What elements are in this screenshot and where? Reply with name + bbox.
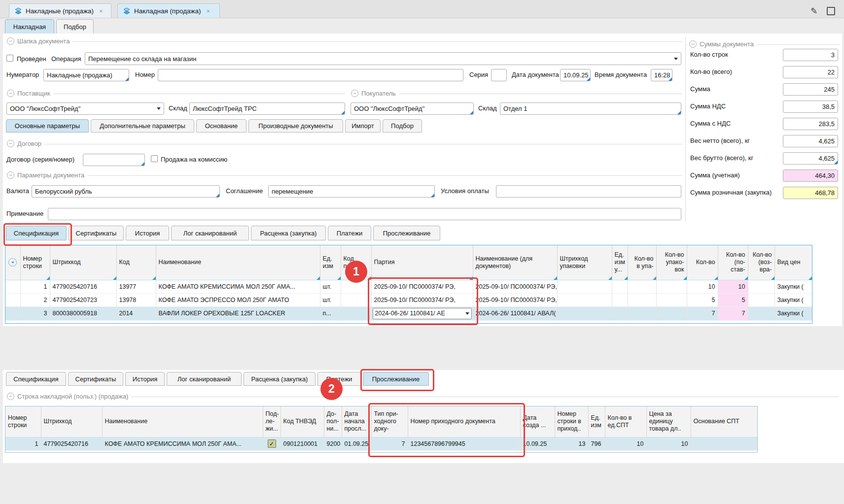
column-header[interactable]: Наименование [156,245,320,280]
column-header[interactable]: Цена за единицу товара дл.. [646,406,691,437]
column-header[interactable]: Партия [371,245,473,280]
operation-select[interactable]: Перемещение со склада на магазин [85,52,681,65]
collapse-icon[interactable]: − [7,171,14,179]
numerator-field[interactable]: Накладные (продажа) [43,69,129,81]
cell-batch-combo[interactable]: 2024-06-26/ 1100841/ АЕ [371,306,473,320]
column-header[interactable]: Дата начала просл... [342,406,371,437]
column-header[interactable]: Штрихкод [41,406,102,437]
select-all-chevron-icon[interactable] [8,258,17,267]
cell-pack-unit[interactable] [612,280,628,293]
tab-specifikaciya-bottom[interactable]: Спецификация [6,372,66,386]
cell-barcode[interactable]: 4779025420716 [50,280,116,293]
cell-qty[interactable]: 5 [687,293,718,306]
buyer-field[interactable]: ООО "ЛюксСофтТрейд" [351,102,474,115]
collapse-icon[interactable]: − [7,140,14,147]
cell-packs[interactable] [656,280,687,293]
cell-doc-name[interactable]: 2024-06-26/ 1100841/ АВАЛ( [473,306,557,320]
tab-nakladnaya[interactable]: Накладная [5,19,54,34]
column-header[interactable]: Штрихкод упаковки [557,245,612,280]
tab-proizvodnye-dokumenty[interactable]: Производные документы [248,119,343,133]
totals-value-field[interactable]: 4,625 [783,135,838,147]
fullscreen-icon[interactable] [824,5,837,17]
totals-value-field[interactable]: 4,625 [783,152,838,165]
tab-import[interactable]: Импорт [345,119,381,133]
column-header[interactable]: Номер строки [20,245,50,280]
cell-pack-unit[interactable] [612,306,628,320]
tab-istoriya-bottom[interactable]: История [125,372,165,386]
cell-qty-spt[interactable]: 10 [605,437,646,450]
cell-qty-in-pack[interactable] [628,306,656,320]
cell-row-number[interactable]: 2 [20,293,50,306]
payment-terms-field[interactable] [496,185,681,198]
column-header[interactable]: Кол-во (по- став- [718,245,748,280]
cell-code[interactable]: 13978 [116,293,156,306]
tab-sertifikaty[interactable]: Сертификаты [69,226,124,240]
tab-rascenka-zakupka-bottom[interactable]: Расценка (закупка) [244,372,316,386]
supplier-select[interactable]: ООО "ЛюксСофтТрейд" [6,102,164,115]
column-header[interactable]: Кол-во [687,245,718,280]
collapse-icon[interactable]: − [689,40,697,48]
cell-price-type[interactable]: Закупки ( [774,306,812,320]
cell-incoming-line[interactable]: 13 [555,437,588,450]
cell-qty-supplier[interactable]: 5 [718,293,748,306]
column-header[interactable]: Номер строки [5,406,41,437]
tab-osnovanie[interactable]: Основание [196,119,246,133]
select-all-header[interactable] [5,245,20,280]
column-header[interactable]: Дата созда ... [520,406,555,437]
cell-qty-in-pack[interactable] [628,280,656,293]
cell-price-type[interactable]: Закупки ( [774,293,812,306]
column-header[interactable]: Ед. изм у... [612,245,628,280]
agreement-field[interactable]: перемещение [268,185,435,198]
table-row[interactable]: 1 4779025420716 13977 КОФЕ АМАТО КРЕМИСС… [5,280,812,293]
cell-extra[interactable]: 9200 [324,437,342,450]
totals-value-field[interactable]: 245 [783,83,838,96]
cell-created-date[interactable]: 10.09.25 [520,437,555,450]
column-header[interactable]: Код [116,245,156,280]
note-field[interactable] [48,208,681,220]
cell-barcode[interactable]: 4779025420716 [41,437,102,450]
tab-log-skanirovaniy[interactable]: Лог сканирований [171,226,249,240]
cell-code[interactable]: 2014 [116,306,156,320]
totals-value-field[interactable]: 22 [783,66,838,78]
tab-osnovnye-parametry[interactable]: Основные параметры [6,119,89,133]
cell-qty[interactable]: 7 [687,306,718,320]
window-tab-invoices[interactable]: Накладные (продажа) × [9,3,111,18]
cell-barcode[interactable]: 4779025420723 [50,293,116,306]
close-icon[interactable]: × [99,7,103,15]
column-header[interactable]: Кол-во в упа- [628,245,656,280]
column-header[interactable]: Основание СПТ [691,406,757,437]
column-header[interactable]: Кол-во (воз- вра- [748,245,774,280]
cell-incoming-number[interactable]: 1234567896799945 [408,437,520,450]
tab-log-skanirovaniy-bottom[interactable]: Лог сканирований [167,372,242,386]
buyer-warehouse-field[interactable]: Отдел 1 [500,102,681,115]
tab-podbor-2[interactable]: Подбор [383,119,422,133]
cell-batch-code[interactable] [341,293,371,306]
table-row[interactable]: 2 4779025420723 13978 КОФЕ АМАТО ЭСПРЕСС… [5,293,812,306]
tab-dopolnitelnye-parametry[interactable]: Дополнительные параметры [91,119,194,133]
cell-tnved[interactable]: 0901210001 [281,437,324,450]
cell-packs[interactable] [656,293,687,306]
tab-istoriya[interactable]: История [126,226,169,240]
cell-name[interactable]: КОФЕ АМАТО КРЕМИССИМА МОЛ 250Г АМА... [156,280,320,293]
doc-time-field[interactable]: 16:28 [651,69,672,81]
cell-unit-code[interactable]: 796 [588,437,605,450]
column-header[interactable]: Под- ле- жи... [263,406,281,437]
totals-accounting-sum-field[interactable]: 464,30 [783,169,838,182]
table-row-selected[interactable]: 3 8000380005918 2014 ВАФЛИ ЛОКЕР ОРЕХОВЫ… [5,306,812,320]
cell-qty-return[interactable] [748,293,774,306]
cell-basis-spt[interactable] [691,437,757,450]
column-header[interactable]: Вид цен [774,245,812,280]
column-header[interactable]: Кол-во в ед.СПТ [605,406,646,437]
cell-batch[interactable]: 2025-09-10/ ПС0000374/ РЭ, [371,293,473,306]
cell-name[interactable]: КОФЕ АМАТО КРЕМИССИМА МОЛ 250Г АМА... [102,437,263,450]
cell-pack-barcode[interactable] [557,280,612,293]
cell-unit-price[interactable]: 10 [646,437,691,450]
tab-proslezhivanie-bottom[interactable]: Прослеживание [363,372,429,386]
cell-packs[interactable] [656,306,687,320]
cell-row-number[interactable]: 3 [20,306,50,320]
column-header[interactable]: Код ТНВЭД [281,406,324,437]
column-header[interactable]: Кол-во упако- вок [656,245,687,280]
batch-dropdown[interactable]: 2024-06-26/ 1100841/ АЕ [373,308,472,319]
cell-unit[interactable]: п... [320,306,341,320]
doc-date-field[interactable]: 10.09.25 [560,69,591,81]
